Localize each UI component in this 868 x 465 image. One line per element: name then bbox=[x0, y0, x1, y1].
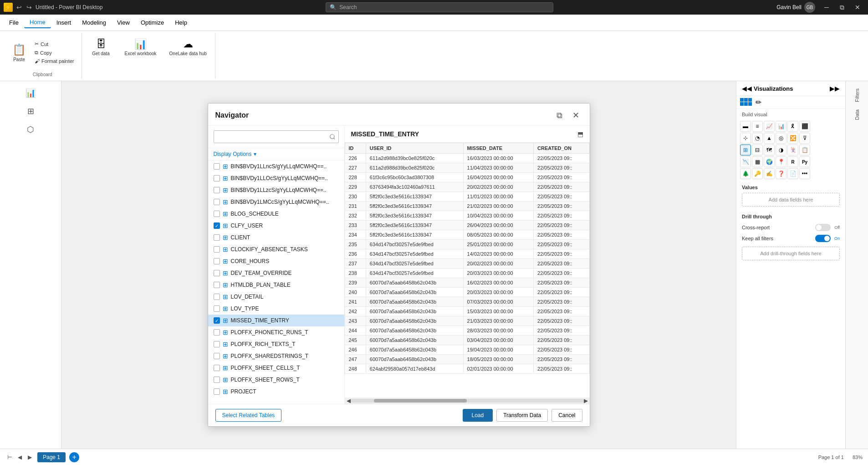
table-row[interactable]: 2335ff2f0c3ed3e5616c133934726/04/2023 00… bbox=[345, 221, 589, 230]
nav-preview-table[interactable]: IDUSER_IDMISSED_DATECREATED_ON226611a2d9… bbox=[345, 143, 590, 398]
cross-report-toggle[interactable] bbox=[815, 224, 831, 231]
close-btn[interactable]: ✕ bbox=[851, 2, 864, 12]
export-icon[interactable]: ⬒ bbox=[577, 130, 583, 138]
table-checkbox[interactable] bbox=[214, 329, 220, 336]
collapse-viz-icon[interactable]: ◀◀ bbox=[742, 85, 752, 92]
table-row[interactable]: 238634d147bcf30257e5de9fbed20/03/2023 00… bbox=[345, 269, 589, 278]
first-page-btn[interactable]: ⊢ bbox=[5, 453, 14, 461]
menu-modeling[interactable]: Modeling bbox=[77, 17, 112, 28]
table-row[interactable]: 227611a2d988d39bc0e825f020c11/04/2023 00… bbox=[345, 163, 589, 173]
table-row[interactable]: 237634d147bcf30257e5de9fbed20/02/2023 00… bbox=[345, 259, 589, 269]
build-visual-tab[interactable] bbox=[740, 98, 752, 107]
page-1-tab[interactable]: Page 1 bbox=[37, 452, 66, 462]
nav-table-item[interactable]: ⊞DEV_TEAM_OVERRIDE bbox=[208, 267, 344, 279]
display-options-btn[interactable]: Display Options ▾ bbox=[214, 151, 339, 157]
viz-stacked-bar[interactable]: ▬ bbox=[740, 121, 751, 132]
viz-area[interactable]: ▲ bbox=[764, 133, 775, 144]
table-row[interactable]: 2345ff2f0c3ed3e5616c133934708/05/2023 00… bbox=[345, 230, 589, 240]
format-tab[interactable]: ✏ bbox=[756, 98, 761, 107]
viz-qna[interactable]: ❓ bbox=[776, 168, 786, 179]
menu-insert[interactable]: Insert bbox=[51, 17, 77, 28]
table-checkbox[interactable] bbox=[214, 175, 220, 181]
table-row[interactable]: 24360070d7a5aab6458b62c043b21/03/2023 00… bbox=[345, 316, 589, 326]
table-row[interactable]: 22963763494fa3c102460a9761120/02/2023 00… bbox=[345, 182, 589, 192]
viz-combo[interactable]: 🔀 bbox=[787, 133, 798, 144]
add-page-btn[interactable]: + bbox=[69, 452, 79, 462]
table-row[interactable]: 2305ff2f0c3ed3e5616c133934711/01/2023 00… bbox=[345, 192, 589, 202]
scroll-thumb[interactable] bbox=[374, 399, 467, 403]
nav-table-item[interactable]: ⊞CLIENT bbox=[208, 232, 344, 243]
table-checkbox[interactable] bbox=[214, 258, 220, 264]
viz-line[interactable]: 📈 bbox=[764, 121, 775, 132]
nav-table-item[interactable]: ⊞BIN$BVDy1LLOcS/gYyLLqMCWHQ==.. bbox=[208, 172, 344, 184]
viz-card[interactable]: 🃏 bbox=[787, 145, 798, 155]
paste-btn[interactable]: 📋 Paste bbox=[9, 41, 29, 64]
table-row[interactable]: 24160070d7a5aab6458b62c043b07/03/2023 00… bbox=[345, 297, 589, 307]
table-checkbox[interactable] bbox=[214, 222, 220, 229]
nav-table-item[interactable]: ⊞LOV_TYPE bbox=[208, 303, 344, 315]
table-checkbox[interactable] bbox=[214, 211, 220, 217]
nav-table-item[interactable]: ⊞PLOFFX_RICH_TEXTS_T bbox=[208, 338, 344, 350]
viz-pie[interactable]: ◔ bbox=[752, 133, 763, 144]
menu-help[interactable]: Help bbox=[169, 17, 193, 28]
nav-table-item[interactable]: ⊞PLOFFX_SHEET_CELLS_T bbox=[208, 362, 344, 374]
table-row[interactable]: 2325ff2f0c3ed3e5616c133934710/04/2023 00… bbox=[345, 211, 589, 221]
nav-table-item[interactable]: ⊞CLFY_USER bbox=[208, 220, 344, 232]
nav-table-item[interactable]: ⊞BLOG_SCHEDULE bbox=[208, 208, 344, 220]
redo-btn[interactable]: ↪ bbox=[26, 4, 32, 11]
nav-table-item[interactable]: ⊞BIN$BVDy1LLncS/gYyLLqMCWHQ==.. bbox=[208, 160, 344, 172]
prev-page-btn[interactable]: ◀ bbox=[15, 453, 24, 461]
viz-kpi[interactable]: 📉 bbox=[740, 156, 751, 167]
viz-multirow-card[interactable]: 📋 bbox=[799, 145, 810, 155]
table-checkbox[interactable] bbox=[214, 353, 220, 359]
table-checkbox[interactable] bbox=[214, 187, 220, 193]
table-checkbox[interactable] bbox=[214, 234, 220, 241]
viz-gauge[interactable]: ◑ bbox=[776, 145, 786, 155]
keep-filters-toggle[interactable] bbox=[815, 235, 831, 242]
cancel-btn[interactable]: Cancel bbox=[551, 409, 582, 422]
format-painter-btn[interactable]: 🖌 Format painter bbox=[33, 57, 76, 65]
table-row[interactable]: 24060070d7a5aab6458b62c043b20/03/2023 00… bbox=[345, 288, 589, 297]
menu-file[interactable]: File bbox=[4, 17, 24, 28]
select-related-btn[interactable]: Select Related Tables bbox=[215, 409, 282, 422]
nav-table-item[interactable]: ⊞PLOFFX_SHEET_ROWS_T bbox=[208, 374, 344, 386]
viz-decomp-tree[interactable]: 🌲 bbox=[740, 168, 751, 179]
table-row[interactable]: 24460070d7a5aab6458b62c043b28/03/2023 00… bbox=[345, 326, 589, 336]
expand-viz-icon[interactable]: ▶▶ bbox=[830, 85, 840, 92]
nav-table-item[interactable]: ⊞HTMLDB_PLAN_TABLE bbox=[208, 279, 344, 291]
next-page-btn[interactable]: ▶ bbox=[26, 453, 34, 461]
table-checkbox[interactable] bbox=[214, 388, 220, 395]
table-checkbox[interactable] bbox=[214, 305, 220, 312]
viz-scatter[interactable]: ⊹ bbox=[740, 133, 751, 144]
nav-table-item[interactable]: ⊞LOV_DETAIL bbox=[208, 291, 344, 303]
nav-table-item[interactable]: ⊞BIN$BVDy1LMCcS/gYyLLqMCWHQ==.. bbox=[208, 196, 344, 208]
transform-data-btn[interactable]: Transform Data bbox=[496, 409, 548, 422]
load-btn[interactable]: Load bbox=[463, 409, 493, 422]
viz-donut[interactable]: ◎ bbox=[776, 133, 786, 144]
menu-view[interactable]: View bbox=[112, 17, 135, 28]
nav-table-item[interactable]: ⊞MISSED_TIME_ENTRY bbox=[208, 315, 344, 326]
scroll-left-btn[interactable]: ◀ bbox=[347, 398, 351, 404]
data-tab[interactable]: Data bbox=[854, 106, 860, 124]
add-data-fields-box[interactable]: Add data fields here bbox=[742, 193, 840, 207]
viz-bar-line[interactable]: 📊 bbox=[776, 121, 786, 132]
menu-home[interactable]: Home bbox=[24, 17, 51, 28]
table-checkbox[interactable] bbox=[214, 282, 220, 288]
viz-azure-map[interactable]: 📍 bbox=[776, 156, 786, 167]
nav-table-item[interactable]: ⊞BIN$BVDy1LLzcS/gYyLLqMCWHQ==.. bbox=[208, 184, 344, 196]
viz-shape-map[interactable]: 🌍 bbox=[764, 156, 775, 167]
viz-table[interactable]: ⊞ bbox=[740, 145, 751, 155]
close-dialog-btn[interactable]: ✕ bbox=[570, 109, 582, 122]
model-view-icon[interactable]: ⬡ bbox=[22, 121, 39, 138]
table-row[interactable]: 24260070d7a5aab6458b62c043b15/03/2023 00… bbox=[345, 307, 589, 316]
table-checkbox[interactable] bbox=[214, 246, 220, 253]
table-row[interactable]: 235634d147bcf30257e5de9fbed25/01/2023 00… bbox=[345, 240, 589, 249]
table-checkbox[interactable] bbox=[214, 294, 220, 300]
table-row[interactable]: 248624abf29580a057d17eb843d02/01/2023 00… bbox=[345, 364, 589, 374]
table-row[interactable]: 2315ff2f0c3ed3e5616c133934721/02/2023 00… bbox=[345, 202, 589, 211]
viz-clustered-bar[interactable]: ≡ bbox=[752, 121, 763, 132]
copy-btn[interactable]: ⧉ Copy bbox=[33, 49, 76, 57]
filters-tab[interactable]: Filters bbox=[854, 85, 860, 106]
viz-ribbon[interactable]: 🎗 bbox=[787, 121, 798, 132]
nav-table-item[interactable]: ⊞PLOFFX_PHONETIC_RUNS_T bbox=[208, 326, 344, 338]
